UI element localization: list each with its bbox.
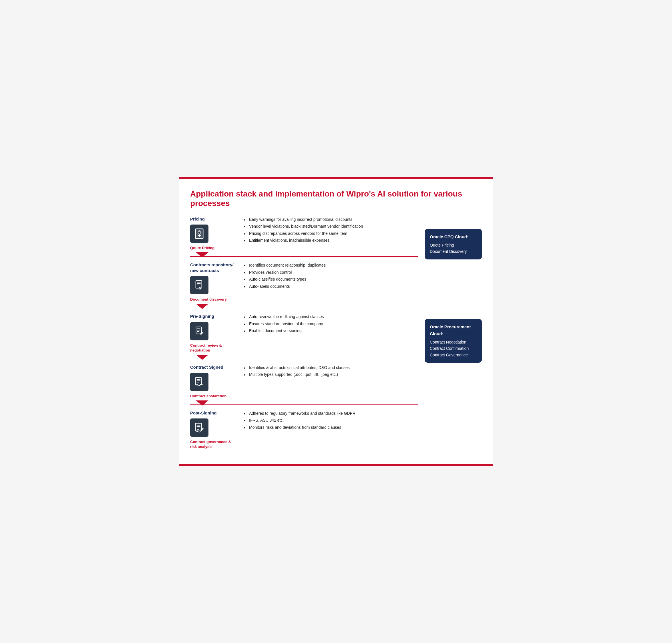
arrow-3	[190, 355, 418, 360]
svg-text:$: $	[199, 287, 201, 291]
list-item: Entitlement violations, inadmissible exp…	[244, 237, 418, 243]
list-item: Vendor level violations, blacklisted/Dor…	[244, 223, 418, 229]
svg-rect-17	[197, 379, 200, 380]
oracle-procurement-title: Oracle Procurement Cloud:	[430, 324, 477, 337]
svg-rect-23	[197, 428, 200, 428]
sections-column: Pricing $	[190, 216, 418, 453]
oracle-cpq-box: Oracle CPQ Cloud: Quote Pricing Document…	[425, 229, 482, 259]
section-label-post-signing: Contract governance & risk analysis	[190, 440, 236, 449]
list-item: Enables document versioning	[244, 328, 418, 334]
svg-rect-22	[197, 426, 200, 427]
page-title: Application stack and implementation of …	[190, 189, 482, 208]
list-item: Auto-reviews the redlining against claus…	[244, 314, 418, 320]
list-item: Identifies document relationship, duplic…	[244, 262, 418, 268]
oracle-procurement-box: Oracle Procurement Cloud: Contract Negot…	[425, 319, 482, 363]
arrow-down-icon	[196, 355, 208, 360]
main-card: Application stack and implementation of …	[179, 177, 493, 466]
section-contracts-repo: Contracts repository/ new contracts $ Do…	[190, 256, 418, 305]
oracle-procurement-item-2: Contract Confirmation	[430, 345, 477, 352]
list-item: Identifies & abstracts critical attribut…	[244, 364, 418, 371]
list-item: Ensures standard postion of the company	[244, 320, 418, 327]
section-bullets-contract-signed: Identifies & abstracts critical attribut…	[244, 364, 418, 378]
section-heading-post-signing: Post-Signing	[190, 410, 217, 416]
section-post-signing: Post-Signing	[190, 404, 418, 453]
svg-rect-19	[197, 382, 199, 383]
oracle-procurement-item-1: Contract Negotiation	[430, 339, 477, 345]
section-content-contract-signed: Identifies & abstracts critical attribut…	[236, 364, 418, 378]
pricing-icon: $	[194, 228, 205, 239]
section-pre-signing: Pre-Signing Contract review & negotia	[190, 308, 418, 356]
oracle-boxes-column: Oracle CPQ Cloud: Quote Pricing Document…	[425, 219, 482, 363]
section-label-contracts-repo: Document discovery	[190, 297, 227, 302]
section-content-pricing: Early warnings for availing incorrect pr…	[236, 216, 418, 244]
abstraction-icon	[194, 376, 205, 387]
section-bullets-post-signing: Adheres to regulatory frameworks and sta…	[244, 410, 418, 430]
section-heading-pricing: Pricing	[190, 216, 205, 222]
list-item: Provides version control	[244, 269, 418, 276]
section-bullets-contracts-repo: Identifies document relationship, duplic…	[244, 262, 418, 290]
arrow-4	[190, 400, 418, 405]
list-item: Auto-labels documents	[244, 283, 418, 290]
section-icon-post-signing	[190, 418, 208, 437]
section-pricing: Pricing $	[190, 216, 418, 254]
arrow-down-icon	[196, 252, 208, 257]
list-item: Adheres to regulatory frameworks and sta…	[244, 410, 418, 416]
oracle-cpq-item-2: Document Discovery	[430, 248, 477, 255]
section-left-pre-signing: Pre-Signing Contract review & negotia	[190, 314, 236, 353]
svg-rect-24	[197, 429, 199, 429]
list-item: Early warnings for availing incorrect pr…	[244, 216, 418, 222]
section-content-contracts-repo: Identifies document relationship, duplic…	[236, 262, 418, 290]
svg-rect-18	[197, 380, 200, 381]
section-contract-signed: Contract Signed Contract abstarction	[190, 359, 418, 402]
section-left-contract-signed: Contract Signed Contract abstarction	[190, 364, 236, 399]
section-heading-pre-signing: Pre-Signing	[190, 314, 214, 319]
governance-icon	[194, 422, 205, 433]
section-content-pre-signing: Auto-reviews the redlining against claus…	[236, 314, 418, 335]
svg-rect-14	[197, 331, 199, 332]
svg-rect-9	[197, 284, 199, 285]
section-icon-pricing: $	[190, 225, 208, 243]
section-content-post-signing: Adheres to regulatory frameworks and sta…	[236, 410, 418, 431]
svg-rect-11	[196, 327, 201, 334]
list-item: Monitors risks and deviations from stand…	[244, 424, 418, 430]
oracle-cpq-title: Oracle CPQ Cloud:	[430, 233, 477, 240]
section-label-pre-signing: Contract review & negotiation	[190, 343, 236, 353]
spacer-top	[425, 219, 482, 222]
arrow-down-icon	[196, 304, 208, 309]
svg-rect-21	[197, 425, 200, 426]
spacer-middle	[425, 266, 482, 312]
arrow-down-icon	[196, 400, 208, 405]
content-area: Pricing $	[190, 216, 482, 453]
section-left-contracts-repo: Contracts repository/ new contracts $ Do…	[190, 262, 236, 302]
arrow-2	[190, 304, 418, 309]
section-left-post-signing: Post-Signing	[190, 410, 236, 449]
section-icon-pre-signing	[190, 322, 208, 340]
section-label-contract-signed: Contract abstarction	[190, 394, 227, 399]
arrow-1	[190, 252, 418, 257]
list-item: IFRS, ASC 842 etc.	[244, 417, 418, 423]
svg-rect-8	[197, 283, 200, 284]
svg-rect-13	[197, 330, 200, 330]
oracle-cpq-item-1: Quote Pricing	[430, 242, 477, 248]
section-icon-contract-signed	[190, 373, 208, 391]
review-icon	[194, 326, 205, 337]
section-left-pricing: Pricing $	[190, 216, 236, 251]
section-heading-contract-signed: Contract Signed	[190, 364, 223, 370]
list-item: Auto-classifies documents types	[244, 276, 418, 282]
section-icon-contracts-repo: $	[190, 276, 208, 294]
document-icon: $	[194, 280, 205, 291]
section-label-pricing: Qoute Pricing	[190, 246, 215, 251]
svg-rect-7	[197, 282, 200, 283]
section-bullets-pricing: Early warnings for availing incorrect pr…	[244, 216, 418, 244]
svg-rect-12	[197, 328, 200, 329]
section-heading-contracts-repo: Contracts repository/ new contracts	[190, 262, 236, 273]
list-item: Multiple types supported (.doc, .pdf, .r…	[244, 371, 418, 378]
svg-rect-16	[196, 378, 201, 385]
section-bullets-pre-signing: Auto-reviews the redlining against claus…	[244, 314, 418, 334]
list-item: Pricing discrepancies across vendors for…	[244, 230, 418, 236]
oracle-procurement-item-3: Contract Governance	[430, 352, 477, 358]
